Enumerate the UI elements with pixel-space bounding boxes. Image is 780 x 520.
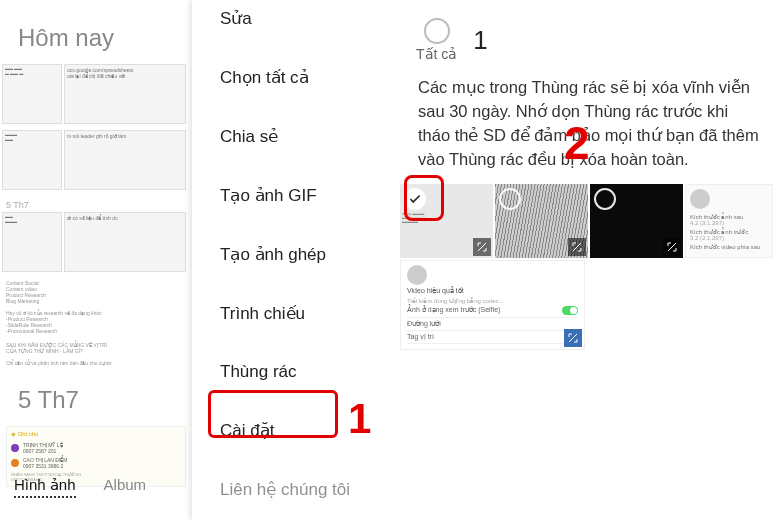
thumb-text: ơi có số liệu để tính dc [67,215,118,221]
expand-icon[interactable] [568,238,586,256]
date-separator: 5 Th7 [0,196,192,212]
setting-row: Ảnh ở dạng xem trước (Selfie) [407,306,500,315]
thumb-text-block: SAU KHI NĂM ĐƯỢC CÁC MẢNG VỀ VỊ TRÍCỦA T… [0,338,192,358]
setting-row: Tag vị trí [407,333,434,341]
thumbnail[interactable]: ocs.google.com/spreadsheets ote lại để c… [64,64,186,124]
select-all-label: Tất cả [416,46,457,62]
menu-settings[interactable]: Cài đặt [192,401,398,460]
today-heading: Hôm nay [0,0,192,64]
menu-trash[interactable]: Thùng rác [192,343,398,401]
menu-slideshow[interactable]: Trình chiếu [192,284,398,343]
menu-create-gif[interactable]: Tạo ảnh GIF [192,166,398,225]
expand-icon[interactable] [663,238,681,256]
size-label: Kích thước video phía sau [686,241,772,250]
date-heading: 5 Th7 [0,374,192,422]
menu-contact[interactable]: Liên hệ chúng tôi [192,460,398,519]
trash-item[interactable]: eBay ▬▬▬▬▬▬▬▬▬▬▬▬▬ [400,184,493,258]
thumbnail[interactable]: m nói leader ghi rõ giờ làm [64,130,186,190]
panel-heading: Video hiệu quả tốt [407,287,578,295]
trash-screen: Tất cả 1 Các mục trong Thùng rác sẽ bị x… [398,0,780,520]
trash-item[interactable] [590,184,683,258]
thumb-text: ote lại để chị đối chiếu với [67,73,125,79]
trash-item[interactable]: Kích thước ảnh sau 4.2 (3:1.297) Kích th… [685,184,773,258]
tab-images[interactable]: Hình ảnh [14,476,76,498]
menu-edit[interactable]: Sửa [192,2,398,48]
select-all-checkbox[interactable] [424,18,450,44]
thumb-text-block: Chỉ cần xử và phân tích nên bàn đầu cho … [0,358,192,374]
menu-create-collage[interactable]: Tạo ảnh ghép [192,225,398,284]
thumbnail[interactable]: ▬▬▬▬▬ [2,130,62,190]
size-label: Kích thước ảnh sau [686,213,772,220]
toggle-icon [562,306,578,315]
overflow-menu: Sửa Chọn tất cả Chia sẻ Tạo ảnh GIF Tạo … [192,0,398,520]
expand-icon[interactable] [473,238,491,256]
trash-item[interactable]: Video hiệu quả tốt Tiết kiệm dung lượng … [400,260,585,350]
trash-item[interactable] [495,184,588,258]
expand-icon[interactable] [564,329,582,347]
bottom-tabs: Hình ảnh Album [0,466,192,520]
setting-row: Đường lưới [407,320,441,328]
thumb-text-block: Hay vô ơ tôi của research về đa dạng khá… [0,306,192,338]
thumbnail[interactable]: ▬▬ ▬▬▬ ▬▬ ▬ [2,64,62,124]
thumb-text: m nói leader ghi rõ giờ làm [67,133,126,139]
menu-share[interactable]: Chia sẻ [192,107,398,166]
size-label: Kích thước ảnh trước [686,226,772,235]
trash-grid: eBay ▬▬▬▬▬▬▬▬▬▬▬▬▬ Kích thước ảnh sau 4.… [398,184,780,350]
thumbnail[interactable]: ▬▬▬▬▬ [2,212,62,272]
select-circle-icon[interactable] [594,188,616,210]
menu-select-all[interactable]: Chọn tất cả [192,48,398,107]
selected-count: 1 [473,25,487,56]
check-icon[interactable] [404,188,426,210]
trash-info-text: Các mục trong Thùng rác sẽ bị xóa vĩnh v… [398,68,780,184]
gallery-screen: Hôm nay ▬▬ ▬▬▬ ▬▬ ▬ ocs.google.com/sprea… [0,0,398,520]
thumb-row: ▬▬ ▬▬▬ ▬▬ ▬ ocs.google.com/spreadsheets … [0,64,192,124]
thumb-text-block: Content SocialContent videoProduct Resea… [0,278,192,306]
tab-album[interactable]: Album [104,476,147,498]
select-circle-icon[interactable] [499,188,521,210]
thumbnail[interactable]: ơi có số liệu để tính dc [64,212,186,272]
